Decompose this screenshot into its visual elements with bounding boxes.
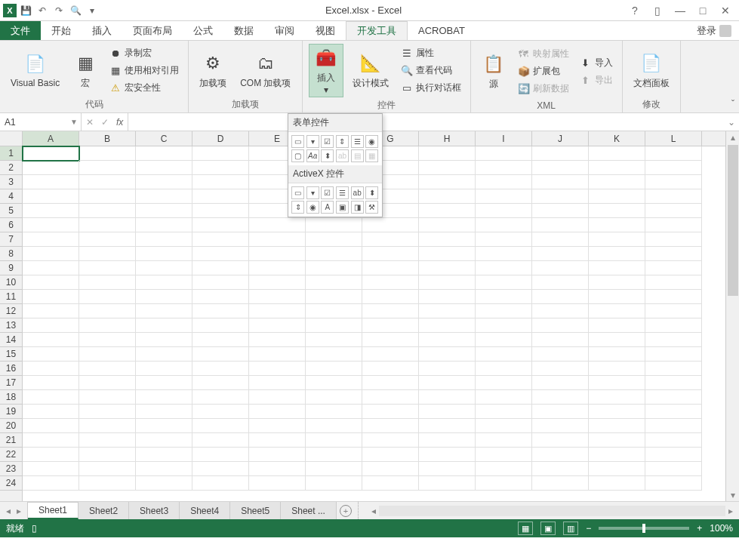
cell[interactable] xyxy=(79,304,136,318)
ax-toggle-icon[interactable]: ◨ xyxy=(351,201,364,214)
vscroll-thumb[interactable] xyxy=(728,145,738,296)
cell[interactable] xyxy=(419,161,476,175)
cell[interactable] xyxy=(645,448,702,462)
relative-ref-button[interactable]: ▦使用相对引用 xyxy=(106,63,182,78)
cell[interactable] xyxy=(532,189,589,204)
cell[interactable] xyxy=(306,376,362,390)
cell[interactable] xyxy=(532,247,589,261)
vertical-scrollbar[interactable]: ▴ ▾ xyxy=(725,131,739,501)
cell[interactable] xyxy=(476,347,532,362)
cell[interactable] xyxy=(136,476,192,491)
sheet-tab[interactable]: Sheet4 xyxy=(180,502,230,519)
cell[interactable] xyxy=(136,390,192,405)
cell[interactable] xyxy=(306,390,362,405)
column-header[interactable]: H xyxy=(419,131,476,146)
cell[interactable] xyxy=(532,476,589,491)
cell[interactable] xyxy=(23,146,79,161)
ax-more-icon[interactable]: ⚒ xyxy=(365,201,378,214)
cell[interactable] xyxy=(136,405,192,419)
cell[interactable] xyxy=(192,405,249,419)
export-button[interactable]: ⬆导出 xyxy=(577,72,616,88)
row-header[interactable]: 15 xyxy=(0,347,22,362)
cell[interactable] xyxy=(645,189,702,204)
cell[interactable] xyxy=(645,146,702,161)
row-header[interactable]: 6 xyxy=(0,218,22,232)
cell[interactable] xyxy=(532,347,589,362)
expansion-packs-button[interactable]: 📦扩展包 xyxy=(515,63,572,79)
row-header[interactable]: 18 xyxy=(0,390,22,405)
cell[interactable] xyxy=(362,362,419,376)
cell[interactable] xyxy=(249,419,306,433)
cell[interactable] xyxy=(23,419,79,433)
cell[interactable] xyxy=(589,347,645,362)
cell[interactable] xyxy=(136,318,192,333)
cell[interactable] xyxy=(362,390,419,405)
qat-customize-icon[interactable]: ▾ xyxy=(85,3,100,18)
cell[interactable] xyxy=(306,333,362,347)
row-header[interactable]: 4 xyxy=(0,189,22,204)
cell[interactable] xyxy=(419,275,476,290)
cell[interactable] xyxy=(23,304,79,318)
horizontal-scrollbar[interactable]: ◂ ▸ xyxy=(365,502,739,519)
cell[interactable] xyxy=(362,419,419,433)
cell[interactable] xyxy=(192,419,249,433)
cell[interactable] xyxy=(249,376,306,390)
cell[interactable] xyxy=(419,204,476,218)
cell[interactable] xyxy=(306,290,362,304)
cell[interactable] xyxy=(79,247,136,261)
row-header[interactable]: 11 xyxy=(0,290,22,304)
cell[interactable] xyxy=(476,175,532,189)
cell[interactable] xyxy=(192,304,249,318)
cell[interactable] xyxy=(589,462,645,476)
ax-combobox-icon[interactable]: ▾ xyxy=(306,186,319,199)
form-combo-list-icon[interactable]: ▤ xyxy=(351,149,364,162)
cell[interactable] xyxy=(23,333,79,347)
row-header[interactable]: 12 xyxy=(0,304,22,318)
cell[interactable] xyxy=(249,405,306,419)
row-header[interactable]: 23 xyxy=(0,462,22,476)
cell[interactable] xyxy=(23,476,79,491)
cell[interactable] xyxy=(589,433,645,448)
cell[interactable] xyxy=(419,218,476,232)
cell[interactable] xyxy=(23,433,79,448)
cell[interactable] xyxy=(306,275,362,290)
cell[interactable] xyxy=(476,146,532,161)
cell[interactable] xyxy=(645,304,702,318)
cell[interactable] xyxy=(645,362,702,376)
cell[interactable] xyxy=(306,318,362,333)
sheet-tab[interactable]: Sheet3 xyxy=(129,502,180,519)
cell[interactable] xyxy=(23,204,79,218)
cell[interactable] xyxy=(532,232,589,247)
cell[interactable] xyxy=(476,304,532,318)
cell[interactable] xyxy=(589,189,645,204)
cell[interactable] xyxy=(23,247,79,261)
cell[interactable] xyxy=(306,433,362,448)
cell[interactable] xyxy=(79,347,136,362)
cell[interactable] xyxy=(23,390,79,405)
qat-redo-icon[interactable]: ↷ xyxy=(51,3,66,18)
cell[interactable] xyxy=(589,362,645,376)
cell[interactable] xyxy=(589,405,645,419)
name-box-dropdown-icon[interactable]: ▼ xyxy=(70,118,78,126)
cell[interactable] xyxy=(306,347,362,362)
cell[interactable] xyxy=(419,261,476,275)
cell[interactable] xyxy=(645,204,702,218)
cell[interactable] xyxy=(23,261,79,275)
qat-undo-icon[interactable]: ↶ xyxy=(35,3,50,18)
cell[interactable] xyxy=(476,390,532,405)
insert-function-button[interactable]: fx xyxy=(116,117,123,128)
view-code-button[interactable]: 🔍查看代码 xyxy=(398,63,464,78)
tab-insert[interactable]: 插入 xyxy=(82,21,122,40)
login-link[interactable]: 登录 xyxy=(689,21,739,40)
sheet-tab[interactable]: Sheet ... xyxy=(281,502,337,519)
map-properties-button[interactable]: 🗺映射属性 xyxy=(515,46,572,62)
cell[interactable] xyxy=(645,218,702,232)
cell[interactable] xyxy=(23,218,79,232)
cell[interactable] xyxy=(23,347,79,362)
cell[interactable] xyxy=(362,304,419,318)
form-combo-dropdown-icon[interactable]: ▦ xyxy=(365,149,378,162)
cell[interactable] xyxy=(23,362,79,376)
cell[interactable] xyxy=(645,261,702,275)
cell[interactable] xyxy=(249,275,306,290)
cell[interactable] xyxy=(79,275,136,290)
